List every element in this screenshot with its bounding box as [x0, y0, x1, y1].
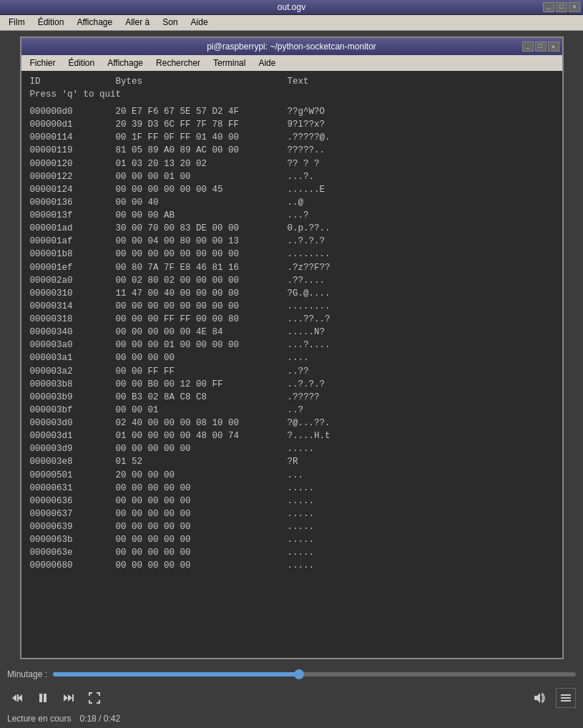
id-cell: 000003a0: [30, 339, 116, 351]
minutage-label: Minutage :: [7, 669, 47, 679]
minimize-button[interactable]: _: [543, 2, 554, 12]
bytes-cell: 00 00 00 00 00 00 00 00: [116, 300, 288, 313]
table-row: 0000011981 05 89 A0 89 AC 00 00?????..: [30, 144, 554, 157]
table-row: 0000012400 00 00 00 00 00 45......E: [30, 183, 554, 196]
text-cell: .??....: [288, 274, 325, 287]
table-row: 000003a000 00 00 01 00 00 00 00...?....: [30, 339, 554, 351]
table-row: 0000012200 00 00 01 00...?.: [30, 170, 554, 183]
bytes-cell: 00 00 00 00 00: [116, 533, 288, 546]
table-row: 000000d020 E7 F6 67 5E 57 D2 4F??g^W?O: [30, 105, 554, 118]
table-row: 000001af00 00 04 00 80 00 00 13..?.?.?: [30, 235, 554, 248]
inner-close-button[interactable]: ✕: [548, 42, 559, 52]
id-cell: 000001b8: [30, 248, 116, 261]
inner-menu-aide[interactable]: Aide: [253, 57, 281, 69]
next-button[interactable]: [59, 688, 79, 708]
bytes-cell: 00 00 00 00 00: [116, 482, 288, 495]
svg-marker-8: [534, 693, 540, 703]
bytes-cell: 81 05 89 A0 89 AC 00 00: [116, 144, 288, 157]
pause-button[interactable]: [33, 688, 53, 708]
bytes-cell: 00 00 00 00 00: [116, 495, 288, 508]
prev-icon: [11, 691, 24, 704]
bytes-cell: 00 00 00 00 00: [116, 442, 288, 455]
bytes-cell: 00 00 00 00 00: [116, 559, 288, 572]
inner-minimize-button[interactable]: _: [522, 42, 534, 52]
table-row: 0000063600 00 00 00 00.....: [30, 495, 554, 508]
id-cell: 000000d1: [30, 118, 116, 131]
bytes-cell: 00 00 00 00 00: [116, 546, 288, 559]
inner-menu-rechercher[interactable]: Rechercher: [150, 57, 206, 69]
menu-aller-a[interactable]: Aller à: [119, 16, 155, 29]
text-cell: ..??: [288, 365, 309, 378]
text-cell: ...?....: [288, 339, 330, 351]
inner-menu-affichage[interactable]: Affichage: [102, 57, 149, 69]
id-cell: 000003b8: [30, 378, 116, 391]
bytes-cell: 00 80 7A 7F E8 46 81 16: [116, 261, 288, 274]
table-row: 0000031400 00 00 00 00 00 00 00........: [30, 300, 554, 313]
table-row: 0000068000 00 00 00 00.....: [30, 559, 554, 572]
player-bar: Minutage :: [0, 665, 583, 728]
inner-window-controls[interactable]: _ □ ✕: [522, 42, 559, 52]
inner-menu-fichier[interactable]: Fichier: [24, 57, 62, 69]
hamburger-icon: [560, 693, 572, 703]
menu-affichage[interactable]: Affichage: [71, 16, 118, 29]
text-cell: .....: [288, 495, 315, 508]
progress-knob[interactable]: [294, 669, 304, 679]
id-cell: 00000119: [30, 144, 116, 157]
svg-marker-6: [68, 694, 72, 702]
bytes-cell: 00 00 00 00: [116, 351, 288, 364]
progress-bar[interactable]: [53, 672, 576, 676]
main-content: pi@raspberrypi: ~/python-socketcan-monit…: [0, 31, 583, 665]
text-cell: .?????: [288, 391, 320, 404]
text-cell: ??g^W?O: [288, 105, 325, 118]
text-cell: ...?: [288, 209, 309, 222]
header-id: ID: [30, 77, 116, 87]
text-cell: ?G.@....: [288, 287, 330, 300]
outer-window-controls[interactable]: _ □ ✕: [543, 2, 580, 12]
fullscreen-button[interactable]: [84, 688, 104, 708]
menu-film[interactable]: Film: [3, 16, 31, 29]
svg-rect-7: [72, 694, 74, 702]
close-button[interactable]: ✕: [569, 2, 580, 12]
menu-son[interactable]: Son: [157, 16, 183, 29]
text-cell: .....: [288, 533, 315, 546]
id-cell: 0000063b: [30, 533, 116, 546]
text-cell: .....: [288, 559, 315, 572]
id-cell: 000003e8: [30, 455, 116, 468]
menu-button[interactable]: [556, 688, 576, 708]
menu-edition[interactable]: Édition: [32, 16, 70, 29]
table-row: 000003bf00 00 01..?: [30, 404, 554, 417]
bytes-cell: 00 00 00 FF FF 00 00 80: [116, 313, 288, 326]
table-row: 000003d900 00 00 00 00.....: [30, 442, 554, 455]
table-row: 0000011400 1F FF 0F FF 01 40 00.?????@.: [30, 131, 554, 144]
maximize-button[interactable]: □: [556, 2, 567, 12]
inner-menu-edition[interactable]: Édition: [63, 57, 101, 69]
text-cell: .?????@.: [288, 131, 330, 144]
bytes-cell: 00 02 80 02 00 00 00 00: [116, 274, 288, 287]
id-cell: 00000639: [30, 520, 116, 533]
text-cell: .....: [288, 546, 315, 559]
svg-rect-11: [561, 700, 571, 702]
outer-titlebar: out.ogv _ □ ✕: [0, 0, 583, 15]
table-row: 0000063100 00 00 00 00.....: [30, 482, 554, 495]
inner-maximize-button[interactable]: □: [535, 42, 547, 52]
prev-button[interactable]: [7, 688, 27, 708]
table-row: 0000013600 00 40..@: [30, 196, 554, 209]
table-row: 0000031011 47 00 40 00 00 00 00?G.@....: [30, 287, 554, 300]
inner-menu-terminal[interactable]: Terminal: [207, 57, 251, 69]
text-cell: 9?l??x?: [288, 118, 325, 131]
inner-titlebar: pi@raspberrypi: ~/python-socketcan-monit…: [21, 38, 562, 55]
text-cell: .....: [288, 482, 315, 495]
table-row: 0000031800 00 00 FF FF 00 00 80...??..?: [30, 313, 554, 326]
volume-icon: [533, 691, 547, 704]
svg-rect-9: [561, 694, 571, 696]
table-row: 000002a000 02 80 02 00 00 00 00.??....: [30, 274, 554, 287]
volume-button[interactable]: [530, 688, 550, 708]
status-label: Lecture en cours: [7, 714, 71, 724]
menu-aide[interactable]: Aide: [185, 16, 214, 29]
bytes-cell: 20 E7 F6 67 5E 57 D2 4F: [116, 105, 288, 118]
bytes-cell: 00 B3 02 8A C8 C8: [116, 391, 288, 404]
id-cell: 00000120: [30, 157, 116, 170]
bytes-cell: 00 00 01: [116, 404, 288, 417]
text-cell: ?? ? ?: [288, 157, 320, 170]
text-cell: .....: [288, 520, 315, 533]
